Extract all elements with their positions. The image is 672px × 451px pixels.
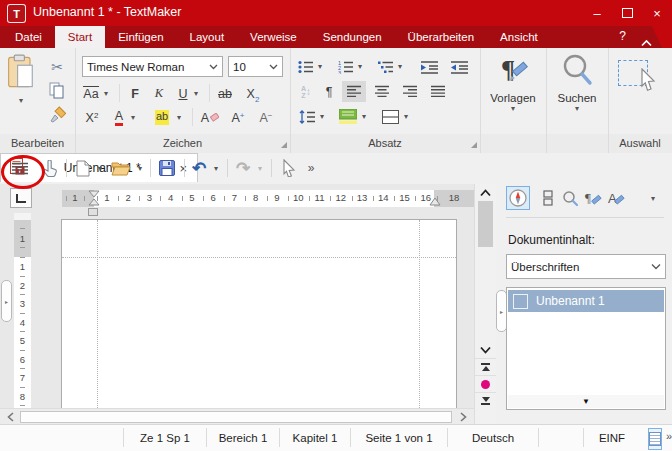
underline-button[interactable]: U [173, 83, 193, 104]
change-case-button[interactable]: Aa [80, 83, 102, 104]
tab-einfgen[interactable]: Einfügen [105, 26, 176, 48]
font-color-dropdown[interactable]: ▾ [131, 113, 135, 122]
multilevel-list-dropdown[interactable]: ▾ [398, 62, 402, 71]
checkbox[interactable] [513, 294, 528, 309]
suchen-dropdown[interactable]: ▾ [546, 104, 608, 113]
left-panel-handle[interactable]: ▸ [1, 280, 12, 322]
format-painter-button[interactable] [46, 104, 68, 125]
status-empty[interactable] [538, 428, 583, 447]
status-bereich-1[interactable]: Bereich 1 [206, 428, 279, 447]
font-name-combobox[interactable]: Times New Roman [82, 56, 223, 77]
shading-dropdown[interactable]: ▾ [362, 112, 366, 121]
tab-ansicht[interactable]: Ansicht [487, 26, 551, 48]
v-scroll-thumb[interactable] [478, 201, 493, 247]
line-spacing-button[interactable] [296, 106, 318, 127]
status-einf[interactable]: EINF [583, 428, 640, 447]
indent-marker[interactable] [88, 190, 100, 207]
underline-dropdown[interactable]: ▾ [194, 89, 198, 98]
selection-button[interactable] [618, 60, 662, 100]
tab-datei[interactable]: Datei [2, 26, 55, 48]
superscript-button[interactable]: X2 [80, 107, 104, 128]
cut-button[interactable]: ✂ [46, 56, 68, 77]
tab-berarbeiten[interactable]: Überarbeiten [395, 26, 487, 48]
page-view-button[interactable] [648, 428, 662, 450]
numbered-list-button[interactable]: 123 [336, 56, 356, 77]
h-ruler[interactable]: 11234567891011121314151618 [62, 190, 474, 207]
status-seite-1-von-1[interactable]: Seite 1 von 1 [350, 428, 447, 447]
paste-button[interactable]: ▾ [6, 54, 40, 106]
tab-layout[interactable]: Layout [177, 26, 238, 48]
scroll-down-button[interactable] [475, 342, 496, 358]
tab-start[interactable]: Start [55, 26, 105, 48]
v-scrollbar[interactable] [474, 184, 496, 424]
redo-dropdown[interactable]: ▾ [254, 156, 266, 180]
decrease-indent-button[interactable] [448, 56, 472, 77]
document-content-dropdown[interactable]: Überschriften [506, 254, 666, 279]
tab-sendungen[interactable]: Sendungen [310, 26, 395, 48]
justify-button[interactable] [426, 81, 450, 102]
bullet-list-dropdown[interactable]: ▾ [318, 62, 322, 71]
borders-dropdown[interactable]: ▾ [404, 112, 408, 121]
sidebar-character-style-button[interactable]: A [604, 186, 628, 210]
object-mode-button[interactable] [278, 156, 300, 180]
close-button[interactable]: × [642, 0, 672, 26]
borders-button[interactable] [378, 106, 402, 127]
open-file-button[interactable] [108, 156, 134, 180]
align-left-button[interactable] [342, 81, 366, 102]
shrink-font-button[interactable]: A− [255, 107, 277, 128]
list-scroll-down-button[interactable]: ▼ [508, 395, 664, 408]
scroll-left-button[interactable] [0, 409, 21, 424]
undo-button[interactable]: ↶ [189, 156, 209, 180]
save-button[interactable] [155, 156, 179, 180]
sidebar-search-button[interactable] [558, 186, 582, 210]
highlight-dropdown[interactable]: ▾ [177, 113, 181, 122]
sidebar-navigation-button[interactable] [506, 186, 530, 210]
previous-page-button[interactable] [475, 358, 496, 375]
italic-button[interactable]: K [149, 83, 169, 104]
clear-formatting-button[interactable]: A [197, 107, 223, 128]
numbered-list-dropdown[interactable]: ▾ [358, 62, 362, 71]
list-item[interactable]: Unbenannt 1 [508, 290, 664, 312]
new-document-dropdown[interactable]: ▾ [94, 156, 106, 180]
absatz-dialog-launcher[interactable] [471, 142, 477, 148]
sidebar-pages-button[interactable] [536, 186, 560, 210]
strikethrough-button[interactable]: ab [213, 83, 237, 104]
h-scroll-thumb[interactable] [20, 411, 452, 423]
vorlagen-dropdown[interactable]: ▾ [480, 104, 546, 113]
tab-stop-selector-button[interactable] [10, 188, 32, 208]
sort-button[interactable]: AZ ↕ [296, 81, 316, 102]
status-deutsch[interactable]: Deutsch [447, 428, 538, 447]
increase-indent-button[interactable] [418, 56, 442, 77]
paste-dropdown[interactable]: ▾ [19, 96, 23, 105]
suchen-button[interactable]: Suchen ▾ [546, 52, 608, 132]
enlarge-font-button[interactable]: A+ [227, 107, 249, 128]
bullet-list-button[interactable] [296, 56, 316, 77]
document-page[interactable] [61, 219, 457, 409]
show-formatting-button[interactable]: ¶ [320, 81, 338, 102]
shading-button[interactable] [336, 106, 360, 127]
line-spacing-dropdown[interactable]: ▾ [320, 112, 324, 121]
next-page-button[interactable] [475, 392, 496, 409]
open-file-dropdown[interactable]: ▾ [134, 156, 146, 180]
new-document-button[interactable] [72, 156, 94, 180]
font-color-button[interactable]: A [109, 107, 129, 128]
help-button[interactable]: ? [619, 29, 626, 43]
browse-object-button[interactable] [475, 375, 496, 392]
h-scrollbar[interactable] [0, 408, 474, 424]
sidebar-paragraph-style-button[interactable]: ¶ [581, 186, 605, 210]
multilevel-list-button[interactable] [376, 56, 396, 77]
status-ze-1-sp-1[interactable]: Ze 1 Sp 1 [123, 428, 206, 447]
vorlagen-button[interactable]: ¶ Vorlagen ▾ [480, 52, 546, 132]
toolbar-overflow-button[interactable]: » [303, 156, 319, 180]
scroll-right-button[interactable] [453, 409, 474, 424]
v-ruler[interactable]: 112345678 [14, 213, 31, 408]
status-overflow-button[interactable]: » [666, 430, 672, 451]
bold-button[interactable]: F [125, 83, 145, 104]
copy-button[interactable] [46, 80, 68, 101]
indent-square-marker[interactable] [88, 208, 98, 216]
status-kapitel-1[interactable]: Kapitel 1 [279, 428, 350, 447]
scroll-up-button[interactable] [475, 185, 496, 201]
zeichen-dialog-launcher[interactable] [281, 142, 287, 148]
undo-dropdown[interactable]: ▾ [210, 156, 222, 180]
font-size-combobox[interactable]: 10 [228, 56, 283, 77]
